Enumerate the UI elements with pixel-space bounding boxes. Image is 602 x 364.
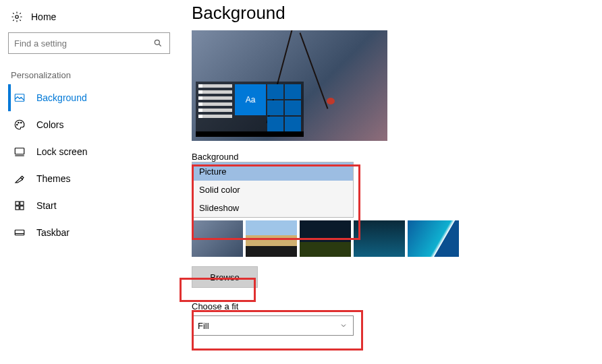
sidebar-item-background[interactable]: Background [8, 84, 175, 111]
svg-rect-7 [15, 148, 24, 154]
sidebar-item-themes[interactable]: Themes [8, 165, 175, 192]
fit-dropdown-value: Fill [198, 321, 209, 331]
image-icon [13, 92, 26, 104]
thumbnail[interactable] [246, 220, 297, 257]
dropdown-option-slideshow[interactable]: Slideshow [192, 199, 353, 217]
dropdown-option-solid-color[interactable]: Solid color [192, 181, 353, 199]
fit-dropdown[interactable]: Fill [192, 315, 354, 336]
section-label: Personalization [8, 70, 175, 80]
gear-icon [11, 11, 23, 23]
sidebar-item-label: Background [36, 92, 87, 103]
svg-rect-10 [20, 202, 24, 205]
sidebar-item-label: Colors [36, 119, 63, 130]
svg-rect-9 [16, 202, 19, 205]
taskbar-icon [13, 226, 26, 239]
sidebar-item-taskbar[interactable]: Taskbar [8, 219, 175, 246]
preview-tile-aa: Aa [235, 84, 266, 115]
background-dropdown-label: Background [192, 152, 602, 162]
sidebar-nav: Background Colors Lock screen Themes [8, 84, 175, 246]
lock-screen-icon [13, 146, 26, 158]
choose-fit-label: Choose a fit [192, 301, 602, 311]
thumbnail[interactable] [408, 220, 459, 257]
themes-icon [13, 173, 26, 185]
thumbnail[interactable] [192, 220, 243, 257]
browse-button[interactable]: Browse [192, 266, 258, 288]
picture-thumbnails [192, 220, 602, 257]
sidebar-item-label: Lock screen [36, 146, 87, 157]
page-title: Background [192, 3, 602, 24]
svg-point-1 [155, 40, 159, 44]
desktop-preview: Aa [192, 30, 387, 141]
thumbnail[interactable] [300, 220, 351, 257]
svg-point-4 [17, 124, 18, 125]
svg-rect-12 [20, 206, 24, 210]
search-input[interactable] [8, 32, 170, 54]
background-dropdown[interactable]: Picture Solid color Slideshow [192, 162, 354, 218]
search-field[interactable] [14, 38, 152, 49]
thumbnail[interactable] [354, 220, 405, 257]
sidebar-item-label: Themes [36, 173, 71, 184]
sidebar-item-colors[interactable]: Colors [8, 111, 175, 138]
sidebar-item-start[interactable]: Start [8, 192, 175, 219]
svg-line-2 [159, 44, 161, 47]
svg-point-5 [18, 122, 20, 123]
chevron-down-icon [339, 322, 348, 330]
dropdown-option-picture[interactable]: Picture [192, 162, 353, 181]
home-label: Home [31, 11, 56, 22]
search-icon [152, 37, 164, 49]
svg-point-0 [16, 16, 19, 19]
svg-rect-11 [16, 206, 19, 210]
home-link[interactable]: Home [8, 8, 175, 32]
start-icon [13, 200, 26, 212]
svg-rect-13 [15, 230, 24, 235]
sidebar-item-label: Taskbar [36, 227, 70, 238]
sidebar-item-label: Start [36, 200, 57, 211]
svg-point-6 [21, 122, 22, 123]
palette-icon [13, 119, 26, 131]
sidebar-item-lock-screen[interactable]: Lock screen [8, 138, 175, 165]
